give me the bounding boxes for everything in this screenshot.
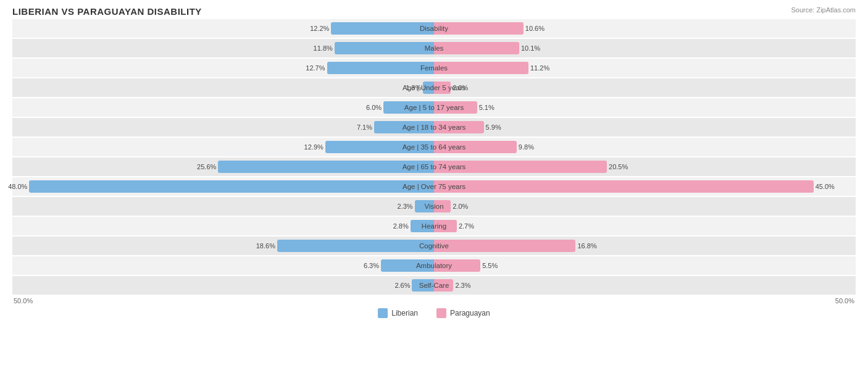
bar-right xyxy=(434,101,477,114)
val-right: 9.8% xyxy=(519,143,534,151)
val-right: 5.1% xyxy=(479,104,495,111)
val-left: 12.2% xyxy=(310,25,329,32)
val-right: 20.5% xyxy=(609,163,628,170)
bar-left xyxy=(374,121,434,133)
bar-row: Age | 5 to 17 years6.0%5.1% xyxy=(12,98,856,117)
val-right: 45.0% xyxy=(816,183,835,190)
legend-liberian-label: Liberian xyxy=(391,309,418,317)
bar-right xyxy=(434,180,814,193)
val-left: 2.8% xyxy=(393,222,409,230)
val-left: 25.6% xyxy=(197,163,216,170)
bar-row: Age | Under 5 years1.3%2.0% xyxy=(12,78,856,97)
bar-row: Self-Care2.6%2.3% xyxy=(12,276,856,295)
bar-left xyxy=(415,200,434,212)
bar-row: Age | 65 to 74 years25.6%20.5% xyxy=(12,158,856,176)
bar-right xyxy=(434,62,528,74)
val-right: 10.6% xyxy=(525,25,545,32)
bar-left xyxy=(29,180,434,193)
val-left: 2.6% xyxy=(394,282,410,289)
bar-left xyxy=(412,279,434,292)
bar-left xyxy=(411,220,434,232)
val-right: 2.0% xyxy=(453,203,468,210)
bar-row: Hearing2.8%2.7% xyxy=(12,217,856,235)
bar-row: Females12.7%11.2% xyxy=(12,59,856,77)
bar-left xyxy=(335,42,434,54)
val-right: 2.7% xyxy=(459,222,474,230)
val-left: 11.8% xyxy=(314,44,333,52)
val-right: 11.2% xyxy=(530,64,549,72)
bar-right xyxy=(434,279,453,292)
bar-left xyxy=(383,101,434,114)
bar-left xyxy=(381,259,434,272)
val-left: 6.3% xyxy=(364,262,379,269)
val-right: 2.3% xyxy=(455,282,470,289)
bar-row: Age | Over 75 years48.0%45.0% xyxy=(12,177,856,196)
legend-liberian: Liberian xyxy=(378,308,418,318)
legend-liberian-box xyxy=(378,308,388,318)
chart-container: LIBERIAN VS PARAGUAYAN DISABILITY Source… xyxy=(0,0,868,378)
bar-row: Males11.8%10.1% xyxy=(12,39,856,57)
legend-paraguayan: Paraguayan xyxy=(436,308,490,318)
bar-right xyxy=(434,240,575,252)
val-right: 5.9% xyxy=(486,124,501,131)
bar-right xyxy=(434,22,524,35)
bar-row: Cognitive18.6%16.8% xyxy=(12,237,856,255)
legend: Liberian Paraguayan xyxy=(12,308,856,318)
chart-title: LIBERIAN VS PARAGUAYAN DISABILITY xyxy=(12,6,856,17)
bar-left xyxy=(327,62,434,74)
val-left: 1.3% xyxy=(406,84,421,91)
bar-right xyxy=(434,161,607,173)
val-left: 2.3% xyxy=(398,203,413,210)
source-label: Source: ZipAtlas.com xyxy=(791,6,856,14)
bar-row: Ambulatory6.3%5.5% xyxy=(12,256,856,275)
val-right: 2.0% xyxy=(453,84,468,91)
bar-left xyxy=(325,141,434,153)
val-left: 12.7% xyxy=(306,64,325,72)
bar-row: Age | 35 to 64 years12.9%9.8% xyxy=(12,138,856,156)
bar-right xyxy=(434,42,519,54)
bar-right xyxy=(434,220,457,232)
bar-left xyxy=(218,161,434,173)
bar-left xyxy=(423,82,434,94)
bar-right xyxy=(434,141,517,153)
val-right: 10.1% xyxy=(521,44,540,52)
val-right: 5.5% xyxy=(482,262,498,269)
val-left: 12.9% xyxy=(304,143,323,151)
val-right: 16.8% xyxy=(577,242,596,250)
bar-left xyxy=(331,22,434,35)
bar-right xyxy=(434,259,480,272)
bar-right xyxy=(434,200,451,212)
bar-row: Age | 18 to 34 years7.1%5.9% xyxy=(12,118,856,136)
val-left: 6.0% xyxy=(366,104,382,111)
legend-paraguayan-box xyxy=(436,308,446,318)
val-left: 7.1% xyxy=(357,124,372,131)
axis-row: 50.0% 50.0% xyxy=(12,297,856,304)
chart-area: Disability12.2%10.6%Males11.8%10.1%Femal… xyxy=(12,19,856,295)
axis-right: 50.0% xyxy=(835,297,854,304)
bar-row: Disability12.2%10.6% xyxy=(12,19,856,38)
bar-row: Vision2.3%2.0% xyxy=(12,197,856,216)
bar-left xyxy=(277,240,434,252)
val-left: 18.6% xyxy=(256,242,275,250)
legend-paraguayan-label: Paraguayan xyxy=(450,309,490,317)
axis-left: 50.0% xyxy=(14,297,33,304)
bar-right xyxy=(434,82,451,94)
val-left: 48.0% xyxy=(8,183,27,190)
bar-right xyxy=(434,121,484,133)
